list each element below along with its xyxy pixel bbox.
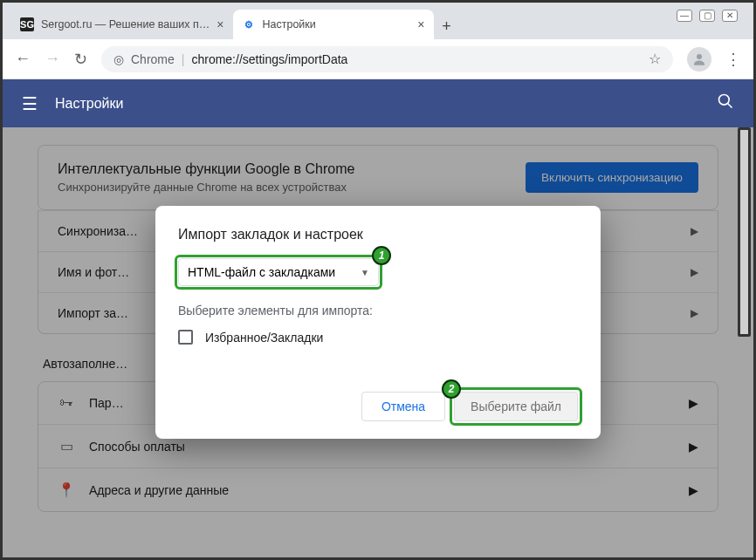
tab-label: Настройки bbox=[263, 18, 316, 31]
hamburger-icon[interactable]: ☰ bbox=[22, 93, 38, 114]
profile-avatar[interactable] bbox=[687, 47, 711, 72]
checkbox-icon[interactable] bbox=[178, 330, 193, 345]
bookmark-star-icon[interactable]: ☆ bbox=[649, 51, 661, 67]
checkbox-row-favorites[interactable]: Избранное/Закладки bbox=[178, 330, 578, 345]
address-divider: | bbox=[182, 52, 185, 66]
kebab-menu-icon[interactable]: ⋮ bbox=[725, 50, 741, 69]
import-hint: Выберите элементы для импорта: bbox=[178, 304, 578, 318]
address-field[interactable]: ◎ Chrome | chrome://settings/importData … bbox=[101, 46, 673, 72]
dialog-title: Импорт закладок и настроек bbox=[178, 227, 578, 242]
dialog-button-row: Отмена Выберите файл 2 bbox=[178, 392, 578, 421]
favicon-sergoot: SG bbox=[20, 17, 34, 31]
callout-badge-1: 1 bbox=[372, 246, 391, 265]
source-dropdown[interactable]: HTML-файл с закладками ▼ bbox=[178, 258, 379, 286]
window-controls: — ▢ ✕ bbox=[677, 10, 738, 22]
new-tab-button[interactable]: + bbox=[434, 13, 460, 39]
close-tab-icon[interactable]: × bbox=[216, 17, 223, 31]
dropdown-value: HTML-файл с закладками bbox=[188, 265, 335, 279]
forward-icon[interactable]: → bbox=[45, 50, 60, 68]
reload-icon[interactable]: ↻ bbox=[74, 50, 87, 69]
search-icon[interactable] bbox=[717, 92, 734, 114]
minimize-button[interactable]: — bbox=[677, 10, 692, 22]
settings-header: ☰ Настройки bbox=[3, 79, 753, 127]
settings-title: Настройки bbox=[55, 96, 123, 112]
address-bar: ← → ↻ ◎ Chrome | chrome://settings/impor… bbox=[3, 39, 753, 79]
svg-point-0 bbox=[697, 54, 702, 59]
svg-line-2 bbox=[728, 104, 732, 108]
svg-point-1 bbox=[719, 95, 730, 106]
page-scrollbar[interactable] bbox=[738, 127, 751, 337]
callout-badge-2: 2 bbox=[442, 379, 461, 399]
choose-file-button[interactable]: Выберите файл bbox=[454, 392, 578, 421]
tab-strip: SG Sergoot.ru — Решение ваших п… × ⚙ Нас… bbox=[3, 3, 753, 39]
address-prefix: Chrome bbox=[131, 52, 175, 66]
tab-label: Sergoot.ru — Решение ваших п… bbox=[41, 18, 210, 31]
chrome-icon: ◎ bbox=[113, 52, 124, 66]
address-path: chrome://settings/importData bbox=[191, 52, 347, 66]
tab-settings[interactable]: ⚙ Настройки × bbox=[233, 10, 434, 39]
cancel-button[interactable]: Отмена bbox=[361, 392, 445, 421]
back-icon[interactable]: ← bbox=[15, 50, 31, 68]
tab-sergoot[interactable]: SG Sergoot.ru — Решение ваших п… × bbox=[11, 10, 233, 39]
import-dialog: Импорт закладок и настроек HTML-файл с з… bbox=[155, 206, 601, 439]
modal-overlay: Импорт закладок и настроек HTML-файл с з… bbox=[3, 127, 753, 557]
checkbox-label: Избранное/Закладки bbox=[205, 331, 323, 345]
settings-content: Интеллектуальные функции Google в Chrome… bbox=[3, 127, 753, 557]
close-window-button[interactable]: ✕ bbox=[722, 10, 738, 22]
close-tab-icon[interactable]: × bbox=[417, 17, 424, 31]
maximize-button[interactable]: ▢ bbox=[699, 10, 715, 22]
chevron-down-icon: ▼ bbox=[361, 268, 369, 277]
favicon-settings: ⚙ bbox=[242, 17, 256, 31]
